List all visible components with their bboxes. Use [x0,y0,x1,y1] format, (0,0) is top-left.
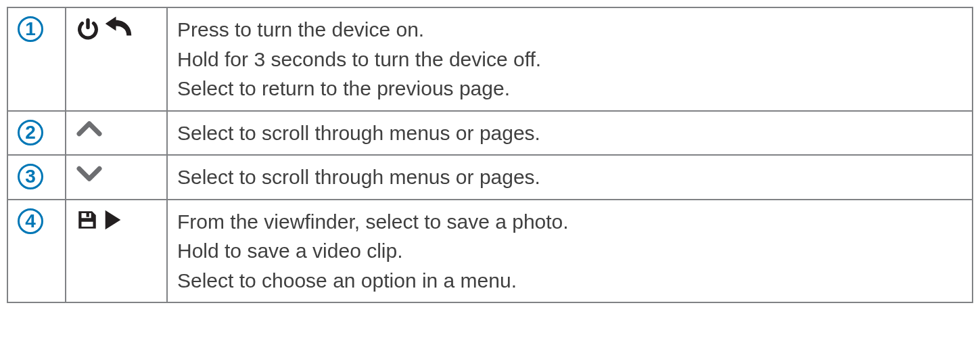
description-line: Hold for 3 seconds to turn the device of… [177,45,962,74]
row-number-cell: 1 [7,7,66,111]
row-number-cell: 2 [7,111,66,156]
row-description-cell: Press to turn the device on.Hold for 3 s… [167,7,973,111]
description-line: Press to turn the device on. [177,15,962,45]
row-number-cell: 4 [7,200,66,303]
row-icon-cell [66,155,167,200]
circled-number: 3 [18,164,43,189]
circled-number: 4 [18,208,43,234]
power-icon [76,15,100,26]
row-number-cell: 3 [7,155,66,200]
circled-number: 1 [18,16,43,42]
save-icon [76,207,99,219]
undo-icon [104,15,133,26]
table-row: 3Select to scroll through menus or pages… [7,155,973,200]
description-line: Select to scroll through menus or pages. [177,162,962,192]
row-icon-cell [66,200,167,303]
controls-table: 1Press to turn the device on.Hold for 3 … [7,7,973,303]
description-line: Select to choose an option in a menu. [177,266,962,296]
play-icon [103,207,123,219]
chevron-up-icon [76,118,103,130]
description-line: From the viewfinder, select to save a ph… [177,207,962,237]
row-icon-cell [66,7,167,111]
row-description-cell: Select to scroll through menus or pages. [167,155,973,200]
description-line: Hold to save a video clip. [177,236,962,266]
description-line: Select to scroll through menus or pages. [177,118,962,148]
chevron-down-icon [76,162,103,174]
row-description-cell: From the viewfinder, select to save a ph… [167,200,973,303]
table-row: 2Select to scroll through menus or pages… [7,111,973,156]
row-icon-cell [66,111,167,156]
description-line: Select to return to the previous page. [177,74,962,104]
circled-number: 2 [18,120,43,145]
table-row: 1Press to turn the device on.Hold for 3 … [7,7,973,111]
table-row: 4From the viewfinder, select to save a p… [7,200,973,303]
row-description-cell: Select to scroll through menus or pages. [167,111,973,156]
